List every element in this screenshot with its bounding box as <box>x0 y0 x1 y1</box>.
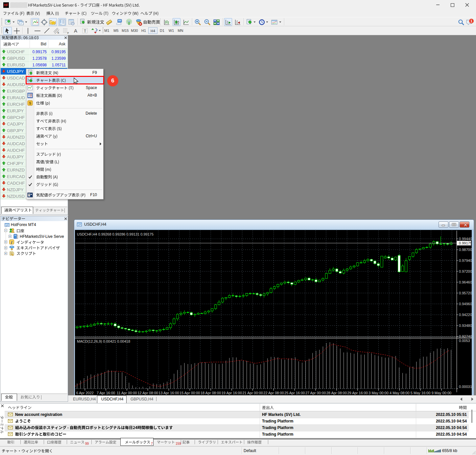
svg-text:19 Apr 16:00: 19 Apr 16:00 <box>222 391 242 395</box>
svg-text:E: E <box>58 31 59 34</box>
svg-text:12 Apr 08:00: 12 Apr 08:00 <box>138 391 158 395</box>
svg-text:7 Apr 16:00: 7 Apr 16:00 <box>97 391 115 395</box>
svg-text:6 Apr 2022: 6 Apr 2022 <box>76 391 94 395</box>
svg-text:5 May 16:00: 5 May 16:00 <box>411 391 431 395</box>
svg-text:21 Apr 00:00: 21 Apr 00:00 <box>243 391 263 395</box>
svg-text:0.98700: 0.98700 <box>459 248 472 252</box>
svg-text:0.99440: 0.99440 <box>459 237 472 241</box>
svg-text:28 Apr 08:00: 28 Apr 08:00 <box>326 391 347 395</box>
svg-text:A: A <box>74 28 77 34</box>
svg-text:0.96460: 0.96460 <box>459 280 472 284</box>
svg-text:0.95720: 0.95720 <box>459 291 472 295</box>
svg-text:22 Apr 08:00: 22 Apr 08:00 <box>263 391 284 395</box>
svg-text:0.93480: 0.93480 <box>459 324 472 328</box>
svg-text:4 May 08:00: 4 May 08:00 <box>390 391 410 395</box>
svg-text:0.00031: 0.00031 <box>459 385 472 389</box>
svg-text:18 Apr 08:00: 18 Apr 08:00 <box>201 391 221 395</box>
svg-text:27 Apr 00:00: 27 Apr 00:00 <box>305 391 326 395</box>
svg-text:0.94960: 0.94960 <box>459 302 472 306</box>
svg-text:29 Apr 16:00: 29 Apr 16:00 <box>347 391 368 395</box>
svg-text:T: T <box>84 29 86 34</box>
svg-text:MACD(12,26,9) 0.00421 0.00418: MACD(12,26,9) 0.00421 0.00418 <box>77 339 130 343</box>
svg-text:15 Apr 00:00: 15 Apr 00:00 <box>179 391 200 395</box>
svg-text:13 Apr 16:00: 13 Apr 16:00 <box>158 391 179 395</box>
svg-text:USDCHF,H4 0.99268 0.99286 0.9: USDCHF,H4 0.99268 0.99286 0.99131 0.9917… <box>77 232 154 236</box>
svg-text:1: 1 <box>470 19 472 23</box>
svg-text:3 May 00:00: 3 May 00:00 <box>369 391 389 395</box>
svg-text:0.97940: 0.97940 <box>459 259 472 262</box>
svg-text:0.99175: 0.99175 <box>459 241 472 245</box>
svg-text:25 Apr 16:00: 25 Apr 16:00 <box>284 391 305 395</box>
svg-text:$: $ <box>29 101 31 105</box>
svg-text:F: F <box>67 32 69 34</box>
svg-text:0.94220: 0.94220 <box>459 313 472 317</box>
svg-text:0.92740: 0.92740 <box>459 334 472 338</box>
svg-text:0.97200: 0.97200 <box>459 269 472 273</box>
svg-text:11 Apr 00:00: 11 Apr 00:00 <box>117 391 137 395</box>
svg-text:0.0053: 0.0053 <box>459 339 470 343</box>
svg-text:9 May 00:00: 9 May 00:00 <box>432 391 452 395</box>
